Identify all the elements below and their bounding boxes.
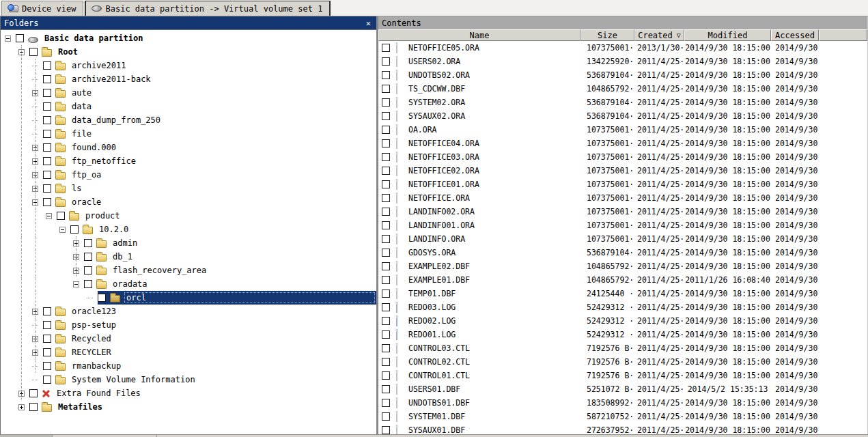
tree-item-body[interactable]: oradata — [84, 277, 376, 291]
tree-checkbox[interactable] — [43, 348, 51, 356]
tree-item[interactable]: archive2011 — [1, 59, 376, 72]
tree-checkbox[interactable] — [84, 280, 92, 288]
table-row[interactable]: SYSAUX01.DBF 272637952··· 2011/4/25··· 2… — [378, 423, 867, 434]
tree-checkbox[interactable] — [98, 294, 106, 302]
tree-item-body[interactable]: data — [43, 100, 376, 113]
tree-checkbox[interactable] — [43, 362, 51, 370]
tree-item-body[interactable]: rmanbackup — [43, 359, 376, 373]
tree-item-body[interactable]: product — [57, 209, 376, 223]
tree-item-body[interactable]: Recycled — [43, 332, 376, 346]
tree-checkbox[interactable] — [29, 48, 38, 56]
table-row[interactable]: EXAMPLE02.DBF 104865792··· 2011/4/25··· … — [378, 259, 867, 273]
row-checkbox[interactable] — [382, 71, 390, 79]
tree-checkbox[interactable] — [43, 75, 51, 83]
tree-checkbox[interactable] — [43, 130, 51, 138]
tree-item[interactable]: oracle — [1, 195, 376, 209]
tree-item[interactable]: ftp_oa — [1, 168, 376, 182]
table-row[interactable]: TS_CDCWW.DBF 104865792··· 2011/4/25··· 2… — [378, 82, 867, 96]
table-row[interactable]: CONTROL01.CTL 7192576 B··· 2011/4/25··· … — [378, 369, 867, 382]
tree-item-body[interactable]: archive2011 — [43, 59, 376, 72]
column-header-size[interactable]: Size — [580, 29, 634, 41]
tree-checkbox[interactable] — [43, 143, 51, 152]
table-row[interactable]: GDOSYS.ORA 536879104··· 2011/4/25··· 201… — [378, 246, 867, 259]
table-row[interactable]: USERS02.ORA 134225920··· 2011/4/25··· 20… — [378, 55, 867, 68]
tree-expander[interactable] — [73, 281, 79, 287]
tree-item-body[interactable]: System Volume Information — [43, 373, 376, 386]
tree-expander[interactable] — [5, 36, 11, 42]
tree-checkbox[interactable] — [43, 102, 51, 111]
table-row[interactable]: NETOFFICE03.ORA 107375001··· 2011/4/25··… — [378, 150, 867, 164]
row-checkbox[interactable] — [382, 235, 390, 243]
row-checkbox[interactable] — [382, 85, 390, 93]
tree-item-body[interactable]: 10.2.0 — [70, 223, 376, 236]
tree-item[interactable]: RECYCLER — [1, 346, 376, 359]
table-row[interactable]: NETOFFICE04.ORA 107375001··· 2011/4/25··… — [378, 137, 867, 150]
column-header-modified[interactable]: Modified — [684, 29, 771, 41]
row-checkbox[interactable] — [382, 112, 390, 120]
row-checkbox[interactable] — [382, 208, 390, 216]
column-header-name[interactable]: Name — [378, 29, 580, 41]
tree-item[interactable]: file — [1, 127, 376, 141]
tree-item[interactable]: data — [1, 100, 376, 113]
tree-item[interactable]: oracle123 — [1, 305, 376, 318]
table-row[interactable]: NETOFFICE02.ORA 107375001··· 2011/4/25··… — [378, 164, 867, 178]
tree-item[interactable]: rmanbackup — [1, 359, 376, 373]
tree-item[interactable]: ftp_netoffice — [1, 154, 376, 168]
tree-item-body[interactable]: orcl — [98, 291, 376, 305]
tree-expander[interactable] — [59, 227, 66, 233]
tree-item[interactable]: Basic data partition — [1, 31, 376, 45]
table-row[interactable]: REDO03.LOG 52429312 ··· 2011/4/25··· 201… — [378, 300, 867, 314]
row-checkbox[interactable] — [382, 426, 390, 434]
tree-item[interactable]: aute — [1, 86, 376, 100]
tree-item-body[interactable]: archive2011-back — [43, 72, 376, 86]
tree-item-body[interactable]: psp-setup — [43, 318, 376, 332]
table-row[interactable]: NETOFFICE01.ORA 107375001··· 2011/4/25··… — [378, 178, 867, 191]
table-row[interactable]: NETOFFICE05.ORA 107375001··· 2013/1/30··… — [378, 41, 867, 55]
table-row[interactable]: SYSAUX02.ORA 536879104··· 2011/4/25··· 2… — [378, 109, 867, 123]
tree-item[interactable]: Recycled — [1, 332, 376, 346]
table-row[interactable]: REDO01.LOG 52429312 ··· 2011/4/25··· 201… — [378, 328, 867, 341]
row-checkbox[interactable] — [382, 126, 390, 134]
tab-virtual-volume-set[interactable]: Basic data partition -> Virtual volume s… — [85, 1, 331, 16]
table-row[interactable]: UNDOTBS02.ORA 536879104··· 2011/4/25··· … — [378, 68, 867, 82]
tab-device-view[interactable]: Device view — [1, 1, 83, 16]
tree-item[interactable]: admin — [1, 236, 376, 250]
tree-checkbox[interactable] — [43, 157, 51, 165]
tree-item-body[interactable]: flash_recovery_area — [84, 264, 376, 277]
tree-checkbox[interactable] — [43, 116, 51, 124]
row-checkbox[interactable] — [382, 221, 390, 229]
tree-checkbox[interactable] — [29, 403, 38, 411]
table-row[interactable]: CONTROL02.CTL 7192576 B··· 2011/4/25··· … — [378, 355, 867, 369]
tree-item-body[interactable]: file — [43, 127, 376, 141]
tree-checkbox[interactable] — [16, 34, 24, 42]
table-row[interactable]: LANDINFO01.ORA 107375001··· 2011/4/25···… — [378, 218, 867, 232]
tree-checkbox[interactable] — [57, 212, 65, 220]
tree-item[interactable]: archive2011-back — [1, 72, 376, 86]
row-checkbox[interactable] — [382, 276, 390, 284]
tree-checkbox[interactable] — [43, 321, 51, 329]
tree-item-body[interactable]: RECYCLER — [43, 346, 376, 359]
row-checkbox[interactable] — [382, 44, 390, 52]
tree-item[interactable]: System Volume Information — [1, 373, 376, 386]
tree-checkbox[interactable] — [84, 266, 92, 274]
row-checkbox[interactable] — [382, 194, 390, 202]
tree-checkbox[interactable] — [43, 89, 51, 97]
row-checkbox[interactable] — [382, 317, 390, 325]
tree-checkbox[interactable] — [43, 307, 51, 315]
row-checkbox[interactable] — [382, 139, 390, 147]
tree-checkbox[interactable] — [84, 239, 92, 247]
table-row[interactable]: NETOFFICE.ORA 107375001··· 2011/4/25··· … — [378, 191, 867, 205]
tree-item[interactable]: psp-setup — [1, 318, 376, 332]
tree-item-body[interactable]: admin — [84, 236, 376, 250]
tree-checkbox[interactable] — [29, 389, 38, 397]
row-checkbox[interactable] — [382, 180, 390, 188]
tree-item-body[interactable]: Basic data partition — [16, 31, 376, 45]
tree-checkbox[interactable] — [84, 253, 92, 261]
tree-item-body[interactable]: found.000 — [43, 141, 376, 154]
tree-item[interactable]: 10.2.0 — [1, 223, 376, 236]
tree-item[interactable]: Root — [1, 45, 376, 59]
tree-checkbox[interactable] — [43, 184, 51, 193]
tree-item[interactable]: orcl — [1, 291, 376, 305]
tree-checkbox[interactable] — [43, 171, 51, 179]
tree-item-body[interactable]: Metafiles — [29, 400, 376, 414]
